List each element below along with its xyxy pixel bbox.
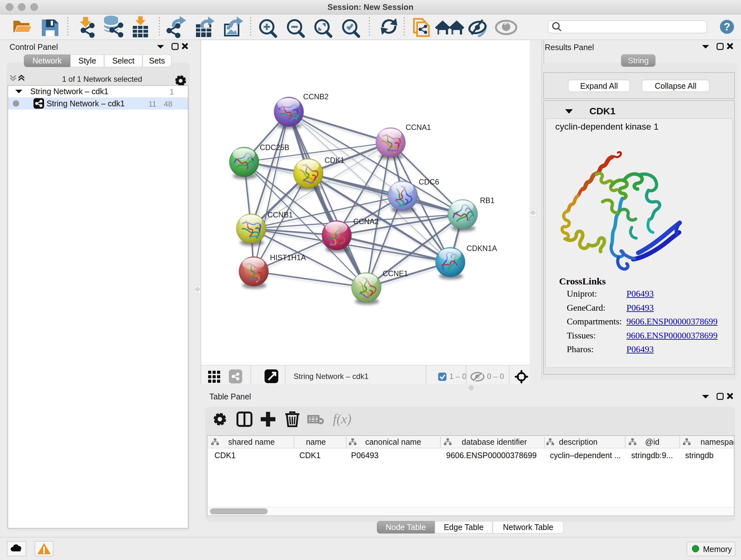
svg-text:RB1: RB1 (480, 196, 495, 205)
svg-text:CDKN1A: CDKN1A (467, 244, 497, 253)
svg-text:CCNA2: CCNA2 (353, 217, 379, 226)
svg-text:0 – 0: 0 – 0 (487, 372, 504, 381)
svg-text:namespace: namespace (700, 437, 734, 446)
svg-text:CDC25B: CDC25B (260, 143, 289, 152)
svg-text:CCNA1: CCNA1 (406, 123, 431, 132)
svg-text:f(x): f(x) (333, 412, 351, 427)
svg-text:description: description (559, 437, 598, 446)
svg-text:?: ? (724, 20, 731, 33)
svg-text:shared name: shared name (228, 437, 275, 446)
svg-text:canonical name: canonical name (365, 437, 421, 446)
svg-text:database identifier: database identifier (462, 437, 527, 446)
svg-text:CCNB1: CCNB1 (267, 211, 293, 219)
svg-text:HIST1H1A: HIST1H1A (270, 253, 306, 262)
svg-text:String Network – cdk1: String Network – cdk1 (293, 372, 368, 381)
svg-text:@id: @id (645, 437, 660, 446)
svg-text:CCNB2: CCNB2 (303, 92, 329, 101)
svg-text:CDK1: CDK1 (325, 156, 345, 165)
svg-text:name: name (306, 437, 326, 446)
svg-text:CCNE1: CCNE1 (383, 269, 408, 278)
svg-text:1 – 0: 1 – 0 (449, 372, 466, 381)
svg-text:CDC6: CDC6 (419, 178, 439, 186)
